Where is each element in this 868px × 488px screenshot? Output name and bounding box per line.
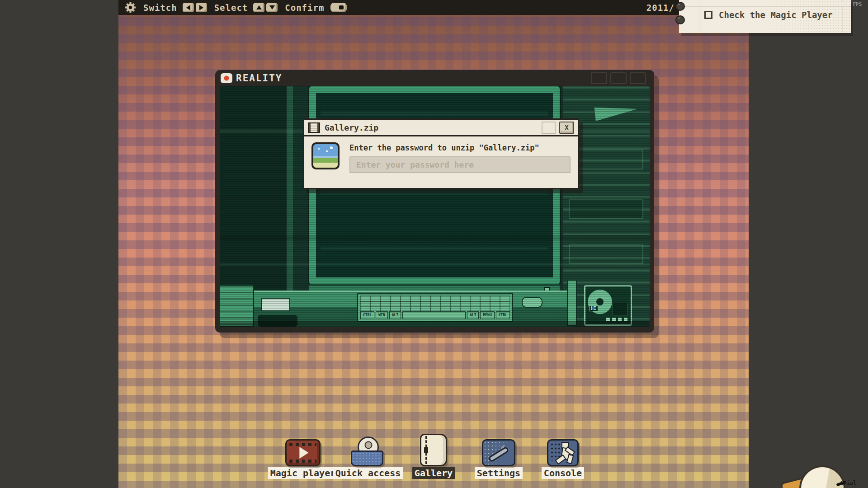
app-label-console: Console [542, 467, 584, 479]
key-menu: MENU [480, 311, 494, 319]
app-icon-wrap [547, 433, 579, 466]
scene-small-device [261, 298, 290, 311]
arrow-up-icon [256, 5, 262, 9]
app-magic-player[interactable]: Magic player [267, 433, 339, 479]
key-ctrl: CTRL [360, 311, 374, 319]
switch-hint-label: Switch [143, 3, 177, 13]
screen-glow [321, 247, 548, 250]
shelf-item [594, 103, 639, 121]
keyboard-bottom-row: CTRL WIN ALT ALT MENU CTRL [360, 311, 510, 319]
settings-icon [482, 439, 515, 466]
crt-glitch-band [220, 263, 650, 266]
cd-player-label: HI [589, 305, 598, 311]
trial-version-watermark: trial version [840, 480, 868, 488]
key-win: WIN [376, 311, 387, 319]
select-down-button[interactable] [266, 3, 278, 12]
app-settings[interactable]: Settings [462, 433, 535, 479]
gear-icon[interactable] [125, 2, 136, 13]
scene-cd-player: HI [584, 285, 632, 326]
dialog-content: Enter the password to unzip "Gallery.zip… [349, 142, 571, 173]
bag-icon [351, 450, 383, 466]
arrow-right-icon [199, 5, 203, 10]
control-hint-bar: Switch Select Confirm 2011/ [118, 0, 749, 15]
arrow-left-icon [186, 5, 190, 10]
shelf-board [569, 199, 643, 219]
cd-player-panel [613, 303, 628, 315]
shelf-board [569, 150, 643, 169]
dialog-body: Enter the password to unzip "Gallery.zip… [304, 136, 578, 179]
dialog-close-button[interactable]: X [559, 122, 574, 134]
confirm-button-dot [339, 5, 344, 9]
key-alt: ALT [467, 311, 479, 319]
note-margin-line [702, 0, 702, 33]
app-icon-wrap [420, 433, 447, 466]
gallery-zip-dialog: Gallery.zip X Enter the password to unzi… [303, 118, 579, 189]
app-label-quick-access: Quick access [333, 467, 403, 479]
console-icon [547, 439, 579, 466]
switch-right-button[interactable] [196, 3, 207, 12]
window-controls [591, 72, 646, 84]
password-input[interactable] [349, 156, 571, 173]
app-label-settings: Settings [475, 467, 523, 479]
scene-cd-rack [567, 280, 577, 326]
play-icon [299, 447, 308, 459]
pushpin-icon [674, 1, 684, 11]
confirm-button-icon[interactable] [330, 3, 347, 12]
app-label-magic-player: Magic player [268, 467, 338, 479]
key-ctrl: CTRL [496, 311, 510, 319]
select-up-button[interactable] [253, 3, 264, 12]
app-console[interactable]: Console [527, 433, 599, 479]
window-control-button[interactable] [630, 72, 646, 84]
pushpin-icon [674, 14, 684, 24]
landscape-image-icon [311, 142, 340, 169]
reality-window: REALITY [215, 70, 654, 333]
film-holes [289, 443, 316, 446]
dialog-message: Enter the password to unzip "Gallery.zip… [349, 143, 571, 152]
magic-player-icon [285, 439, 321, 466]
fps-unit: FPS [853, 1, 862, 7]
key-space [402, 311, 466, 319]
gallery-icon [420, 434, 447, 466]
app-icon-wrap [351, 433, 385, 466]
confirm-hint-label: Confirm [285, 3, 324, 13]
dialog-titlebar: Gallery.zip X [304, 120, 578, 136]
app-icon-wrap [482, 433, 515, 466]
key-alt: ALT [389, 311, 401, 319]
window-control-button[interactable] [591, 72, 607, 84]
window-control-button[interactable] [610, 72, 627, 84]
film-holes [289, 460, 316, 463]
shelf-board [569, 244, 643, 264]
date-display: 2011/ [646, 3, 675, 13]
app-icon-wrap [285, 433, 321, 466]
app-quick-access[interactable]: Quick access [332, 433, 404, 479]
select-hint-label: Select [214, 3, 248, 13]
dialog-blank-button[interactable] [542, 122, 556, 134]
dialog-title: Gallery.zip [325, 123, 378, 132]
reality-window-title: REALITY [236, 73, 283, 84]
game-screen: Switch Select Confirm 2011/ 170 FPS Chec… [0, 0, 868, 488]
crt-glitch-band [220, 235, 650, 240]
dialog-buttons: X [542, 122, 574, 134]
reality-titlebar: REALITY [215, 70, 654, 86]
scene-keyboard: CTRL WIN ALT ALT MENU CTRL [357, 293, 513, 322]
app-gallery[interactable]: Gallery [397, 433, 470, 479]
screen-glow [321, 111, 548, 116]
scene-mouse [522, 297, 542, 308]
arrow-down-icon [269, 5, 275, 9]
task-note: Check the Magic Player [679, 0, 851, 33]
scene-bottom-shadow [220, 321, 650, 327]
fps-value: 170 [841, 1, 850, 7]
keyboard-key-grid [360, 296, 510, 312]
record-icon [221, 73, 232, 83]
zip-file-icon [308, 122, 320, 133]
task-checkbox[interactable] [704, 11, 712, 19]
note-margin-line [699, 0, 699, 33]
quick-access-icon [351, 436, 385, 466]
task-label: Check the Magic Player [719, 10, 833, 20]
app-label-gallery: Gallery [412, 467, 455, 479]
switch-left-button[interactable] [183, 3, 194, 12]
task-item: Check the Magic Player [704, 10, 833, 20]
fps-counter: 170 FPS [841, 1, 862, 7]
